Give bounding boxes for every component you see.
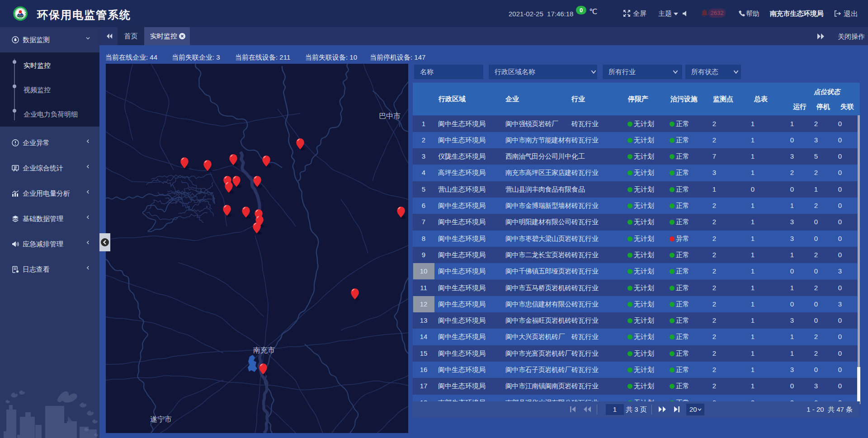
svg-text:巴中市: 巴中市	[379, 112, 401, 120]
svg-text:遂宁市: 遂宁市	[150, 415, 172, 423]
svg-text:南充市: 南充市	[253, 346, 275, 354]
